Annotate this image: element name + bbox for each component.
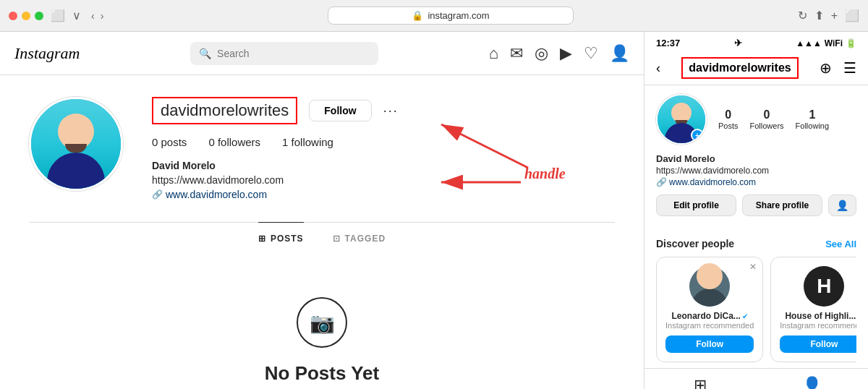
discover-cards: ✕ Leonardo DiCa... ✔ Instagram recommend… <box>656 257 856 362</box>
desktop-content: Instagram 🔍 ⌂ ✉ ◎ ▶ ♡ 👤 <box>0 32 644 389</box>
discover-header: Discover people See All <box>656 238 856 249</box>
grid-icon: ⊞ <box>258 234 266 244</box>
following-stat: 1 following <box>282 136 333 148</box>
instagram-desktop: Instagram 🔍 ⌂ ✉ ◎ ▶ ♡ 👤 <box>0 32 644 389</box>
see-all-button[interactable]: See All <box>825 239 856 249</box>
tab-tagged[interactable]: ⊡ TAGGED <box>333 223 386 254</box>
wifi-icon: WiFi <box>825 38 843 48</box>
mobile-menu-icon[interactable]: ☰ <box>843 59 856 77</box>
tag-icon: ⊡ <box>333 234 341 244</box>
mobile-tab-person[interactable]: 👤 <box>757 376 869 389</box>
messenger-icon[interactable]: ✉ <box>510 44 523 63</box>
profile-link[interactable]: 🔗 www.davidmorelo.com <box>152 189 615 200</box>
mobile-add-story-icon[interactable]: + <box>691 129 704 142</box>
profile-top-row: davidmorelowrites Follow ··· <box>152 97 615 124</box>
mobile-following-stat: 1 Following <box>796 108 829 130</box>
mobile-following-label: Following <box>796 121 829 130</box>
address-bar[interactable]: 🔒 instagram.com <box>111 7 790 25</box>
mobile-bottom-tabs: ⊞ 👤 <box>644 368 868 389</box>
mobile-profile-name: David Morelo <box>656 153 856 164</box>
profile-avatar-container <box>29 97 123 191</box>
chevron-down-icon[interactable]: ∨ <box>72 9 81 22</box>
mobile-stats: 0 Posts 0 Followers 1 Following <box>718 108 829 130</box>
header-nav: ⌂ ✉ ◎ ▶ ♡ 👤 <box>489 44 629 63</box>
desktop-header: Instagram 🔍 ⌂ ✉ ◎ ▶ ♡ 👤 <box>0 32 644 75</box>
tab-posts-label: POSTS <box>271 234 304 244</box>
mobile-profile-link[interactable]: 🔗 www.davidmorelo.com <box>656 177 856 187</box>
battery-icon: 🔋 <box>846 38 856 48</box>
mobile-header-icons: ⊕ ☰ <box>820 59 856 77</box>
tab-posts[interactable]: ⊞ POSTS <box>258 222 304 254</box>
discover-card-house: ✕ H House of Highli... ✔ Instagram recom… <box>770 257 856 362</box>
mobile-discover-button[interactable]: 👤 <box>828 194 856 216</box>
new-tab-icon[interactable]: + <box>831 9 838 22</box>
mobile-panel: 12:37 ✈ ▲▲▲ WiFi 🔋 ‹ davidmorelowrites ⊕… <box>644 32 868 389</box>
profile-username: davidmorelowrites <box>152 97 297 124</box>
followers-stat: 0 followers <box>208 136 260 148</box>
mobile-following-num: 1 <box>796 108 829 121</box>
url-text: instagram.com <box>427 10 489 21</box>
card-name-row-2: House of Highli... ✔ <box>780 311 856 321</box>
explore-icon[interactable]: ◎ <box>535 44 548 63</box>
forward-button[interactable]: › <box>101 10 104 22</box>
mobile-posts-num: 0 <box>718 108 739 121</box>
card-name-house: House of Highli... <box>785 311 856 321</box>
more-options-button[interactable]: ··· <box>383 103 399 119</box>
minimize-button[interactable] <box>22 12 30 20</box>
mobile-status-bar: 12:37 ✈ ▲▲▲ WiFi 🔋 <box>644 32 868 51</box>
avatar-image <box>31 99 121 189</box>
mobile-profile-url: https://www.davidmorelo.com <box>656 166 856 176</box>
card-close-button-1[interactable]: ✕ <box>749 262 757 272</box>
profile-name: David Morelo <box>152 160 615 171</box>
search-input[interactable] <box>217 48 362 59</box>
mobile-back-icon[interactable]: ‹ <box>656 61 660 76</box>
link-icon: 🔗 <box>152 189 163 200</box>
mobile-posts-stat: 0 Posts <box>718 108 739 130</box>
card-sub-house: Instagram recommended <box>780 321 856 330</box>
verified-icon-1: ✔ <box>742 312 748 320</box>
mobile-edit-profile-button[interactable]: Edit profile <box>656 194 736 216</box>
profile-info: davidmorelowrites Follow ··· 0 posts 0 f… <box>152 97 615 200</box>
card-follow-button-house[interactable]: Follow <box>780 335 856 353</box>
mobile-username: davidmorelowrites <box>681 57 798 79</box>
back-button[interactable]: ‹ <box>91 10 95 22</box>
mobile-action-buttons: Edit profile Share profile 👤 <box>656 194 856 216</box>
mobile-link-text: www.davidmorelo.com <box>669 177 756 187</box>
mobile-followers-stat: 0 Followers <box>750 108 784 130</box>
share-icon[interactable]: ⬆ <box>814 9 824 22</box>
discover-card-leonardo: ✕ Leonardo DiCa... ✔ Instagram recommend… <box>656 257 763 362</box>
notifications-icon[interactable]: ♡ <box>584 44 598 63</box>
mobile-followers-num: 0 <box>750 108 784 121</box>
reels-icon[interactable]: ▶ <box>560 44 572 63</box>
tab-tagged-label: TAGGED <box>345 234 386 244</box>
mobile-profile-avatar: + <box>656 94 707 145</box>
url-input[interactable]: 🔒 instagram.com <box>328 7 574 25</box>
camera-icon: 📷 <box>297 297 347 348</box>
search-bar[interactable]: 🔍 <box>190 42 378 65</box>
reload-icon[interactable]: ↻ <box>798 9 807 22</box>
profile-website-url: https://www.davidmorelo.com <box>152 174 615 186</box>
mobile-header: ‹ davidmorelowrites ⊕ ☰ <box>644 51 868 85</box>
card-sub-leonardo: Instagram recommended <box>665 321 754 330</box>
discover-title: Discover people <box>656 238 734 249</box>
tab-overview-icon[interactable]: ⬜ <box>845 9 859 22</box>
follow-button[interactable]: Follow <box>309 100 371 121</box>
mobile-profile-top: + 0 Posts 0 Followers 1 Following <box>656 94 856 145</box>
close-button[interactable] <box>9 12 17 20</box>
mobile-share-profile-button[interactable]: Share profile <box>742 194 822 216</box>
mobile-tab-grid[interactable]: ⊞ <box>644 376 757 389</box>
profile-stats: 0 posts 0 followers 1 following <box>152 136 615 148</box>
home-icon[interactable]: ⌂ <box>489 44 498 63</box>
sidebar-icon[interactable]: ⬜ <box>51 9 65 22</box>
card-avatar-leonardo <box>689 266 730 307</box>
profile-avatar <box>29 97 123 191</box>
card-name-leonardo: Leonardo DiCa... <box>671 311 740 321</box>
traffic-lights <box>9 12 43 20</box>
location-icon: ✈ <box>734 38 742 48</box>
link-text: www.davidmorelo.com <box>166 189 267 200</box>
maximize-button[interactable] <box>35 12 43 20</box>
profile-icon[interactable]: 👤 <box>610 44 629 63</box>
browser-right-controls: ↻ ⬆ + ⬜ <box>798 9 859 22</box>
card-follow-button-leonardo[interactable]: Follow <box>665 335 754 353</box>
mobile-add-icon[interactable]: ⊕ <box>820 59 832 77</box>
